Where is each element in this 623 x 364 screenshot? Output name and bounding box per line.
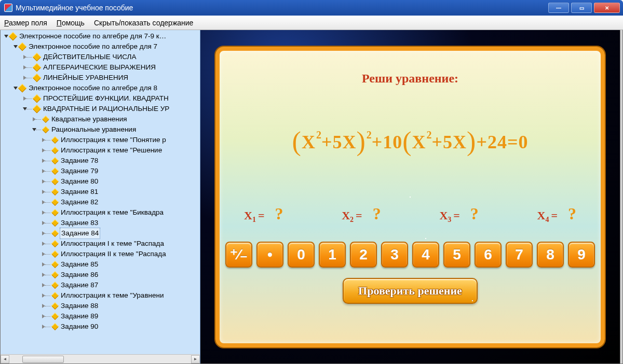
answer-value: ? [470, 204, 479, 223]
key-7[interactable]: 7 [506, 242, 533, 268]
window-title: Мультимедийное учебное пособие [16, 4, 547, 12]
check-button[interactable]: Проверить решение [343, 278, 478, 304]
tree-item[interactable]: АЛГЕБРАИЧЕСКИЕ ВЫРАЖЕНИЯ [1, 62, 200, 73]
tree-item-label: Рациональные уравнения [50, 124, 137, 135]
key-4[interactable]: 4 [412, 242, 439, 268]
topic-icon [51, 178, 59, 185]
key-8[interactable]: 8 [537, 242, 564, 268]
topic-icon [51, 219, 59, 227]
tree-item-label: ПРОСТЕЙШИЕ ФУНКЦИИ. КВАДРАТН [42, 93, 170, 104]
key-6[interactable]: 6 [475, 242, 502, 268]
tree-item-label: Электронное пособие по алгебре для 7 [28, 41, 158, 52]
tree-item[interactable]: ДЕЙСТВИТЕЛЬНЫЕ ЧИСЛА [1, 52, 200, 62]
key-•[interactable]: • [256, 242, 283, 268]
maximize-button[interactable]: ▭ [571, 3, 592, 13]
tree-item-label: Задание 84 [60, 228, 100, 239]
tree-item[interactable]: Задание 85 [1, 259, 200, 270]
tree-item[interactable]: Иллюстрация к теме "Решение [1, 145, 200, 156]
tree-item[interactable]: Задание 82 [1, 197, 200, 207]
topic-icon [51, 240, 59, 247]
tree-item[interactable]: ПРОСТЕЙШИЕ ФУНКЦИИ. КВАДРАТН [1, 93, 200, 104]
tree-item[interactable]: Иллюстрация к теме "Понятие р [1, 135, 200, 145]
tree-item[interactable]: Электронное пособие по алгебре для 7 [1, 41, 200, 52]
answer-slot[interactable]: X2=? [342, 204, 381, 224]
key-1[interactable]: 1 [319, 242, 346, 268]
tree-item[interactable]: Задание 89 [1, 311, 200, 321]
topic-icon [33, 63, 42, 72]
answer-value: ? [275, 204, 283, 223]
answer-slot[interactable]: X4=? [537, 204, 576, 224]
tree-item-label: АЛГЕБРАИЧЕСКИЕ ВЫРАЖЕНИЯ [42, 62, 157, 73]
close-button[interactable]: ✕ [594, 3, 620, 13]
collapse-icon[interactable] [13, 87, 18, 90]
equation: ( X2+5X )2 +10 ( X2+5X ) +24=0 [292, 127, 529, 158]
answer-var: X2 [342, 209, 354, 224]
tree-item[interactable]: Задание 84 [1, 228, 200, 239]
collapse-icon[interactable] [13, 45, 18, 48]
tree-item-label: Задание 88 [60, 301, 99, 311]
topic-icon [51, 136, 59, 144]
tree-item[interactable]: Задание 79 [1, 166, 200, 176]
tree-item[interactable]: ЛИНЕЙНЫЕ УРАВНЕНИЯ [1, 73, 200, 83]
tree-item[interactable]: Иллюстрация к теме "Уравнени [1, 290, 200, 301]
key-0[interactable]: 0 [288, 242, 315, 268]
key-9[interactable]: 9 [568, 242, 595, 268]
tree-item-label: Задание 85 [60, 259, 99, 270]
tree-item[interactable]: Задание 81 [1, 187, 200, 197]
tree-item[interactable]: Иллюстрация II к теме "Распада [1, 249, 200, 259]
tree-item-label: Задание 90 [60, 321, 99, 332]
key-3[interactable]: 3 [381, 242, 408, 268]
menubar: Размер поля Помощь Скрыть/показать содер… [0, 16, 623, 30]
tree-item-label: Иллюстрация к теме "Уравнени [60, 290, 165, 301]
scroll-right-icon[interactable]: ► [191, 355, 200, 363]
tree-item[interactable]: Электронное пособие по алгебре для 7-9 к… [1, 31, 200, 41]
horizontal-scrollbar[interactable]: ◄ ► [1, 354, 200, 363]
tree-item[interactable]: Задание 78 [1, 156, 200, 166]
menu-help[interactable]: Помощь [57, 19, 85, 27]
tree-item[interactable]: Задание 87 [1, 280, 200, 290]
app-icon [4, 4, 12, 12]
tree-item[interactable]: КВАДРАТНЫЕ И РАЦИОНАЛЬНЫЕ УР [1, 104, 200, 114]
topic-icon [33, 94, 42, 103]
answer-slot[interactable]: X1=? [244, 204, 283, 224]
tree-item[interactable]: Задание 88 [1, 301, 200, 311]
menu-size[interactable]: Размер поля [4, 19, 47, 27]
tree-item[interactable]: Задание 86 [1, 270, 200, 280]
vertical-scrollbar[interactable] [620, 30, 622, 363]
tree-item[interactable]: Электронное пособие по алгебре для 8 [1, 83, 200, 93]
tree-item-label: Электронное пособие по алгебре для 7-9 к… [18, 31, 167, 41]
topic-icon [18, 43, 27, 51]
tree[interactable]: Электронное пособие по алгебре для 7-9 к… [1, 30, 200, 354]
tree-item[interactable]: Задание 83 [1, 218, 200, 228]
tree-item[interactable]: Задание 90 [1, 321, 200, 332]
tree-item[interactable]: Рациональные уравнения [1, 124, 200, 135]
key-⁺⁄₋[interactable]: ⁺⁄₋ [225, 242, 252, 268]
answer-slot[interactable]: X3=? [439, 204, 478, 224]
tree-item-label: Иллюстрация к теме "Решение [60, 145, 163, 156]
scroll-left-icon[interactable]: ◄ [1, 355, 9, 363]
tree-item-label: Задание 81 [60, 187, 99, 197]
tree-item-label: Задание 79 [60, 166, 99, 176]
menu-help-label: омощь [62, 19, 85, 27]
topic-icon [9, 32, 18, 41]
tree-item[interactable]: Квадратные уравнения [1, 114, 200, 124]
tree-item-label: Задание 83 [60, 218, 99, 228]
topic-icon [33, 105, 42, 114]
scroll-thumb[interactable] [22, 356, 64, 363]
tree-item-label: ЛИНЕЙНЫЕ УРАВНЕНИЯ [42, 73, 129, 83]
menu-toggle[interactable]: Скрыть/показать содержание [94, 19, 193, 27]
answer-var: X1 [244, 209, 256, 224]
topic-icon [51, 188, 59, 195]
topic-icon [51, 271, 59, 278]
key-2[interactable]: 2 [350, 242, 377, 268]
answers-row: X1=?X2=?X3=?X4=? [244, 204, 576, 224]
tree-item[interactable]: Задание 80 [1, 176, 200, 187]
titlebar: Мультимедийное учебное пособие — ▭ ✕ [0, 0, 623, 16]
collapse-icon[interactable] [4, 35, 8, 38]
minimize-button[interactable]: — [548, 3, 569, 13]
tree-item-label: Задание 78 [60, 156, 99, 166]
tree-item[interactable]: Иллюстрация I к теме "Распада [1, 239, 200, 249]
tree-item[interactable]: Иллюстрация к теме "Биквадра [1, 207, 200, 218]
topic-icon [51, 147, 59, 154]
key-5[interactable]: 5 [443, 242, 470, 268]
